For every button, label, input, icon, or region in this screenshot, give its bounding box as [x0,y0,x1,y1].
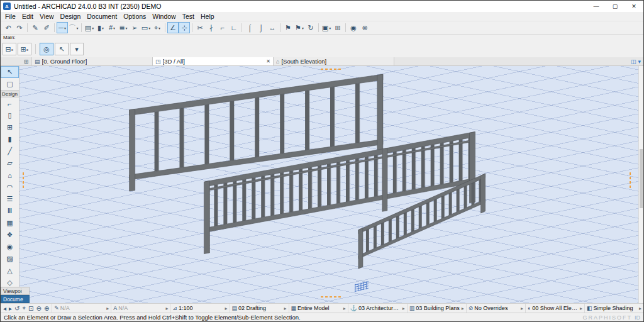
inject-parameters-icon[interactable]: ✐ [41,22,52,33]
shell-tool-icon[interactable]: ◠ [1,181,19,193]
tab-bar: ⊞ ▤ [0. Ground Floor] ◳ [3D / All] ✕ ⌂ [… [1,57,643,66]
zoom-in-icon[interactable]: ⊕ [44,305,49,312]
pan-indicator-right[interactable] [630,172,631,188]
collaborate-icon[interactable]: ◉ [348,22,359,33]
tab-3d-all[interactable]: ◳ [3D / All] ✕ [153,57,274,65]
object-tool-icon[interactable]: ❖ [1,229,19,241]
marquee-mode-icon[interactable]: ▭ [140,22,152,33]
rotate-icon[interactable]: ↻ [305,22,316,33]
wall-tool-icon[interactable]: ⌐ [1,97,19,109]
redo-icon[interactable]: ↷ [14,22,25,33]
tab-close-icon[interactable]: ✕ [266,58,270,64]
explore-mode-icon[interactable]: ⌖ [22,304,26,312]
quick-3d-style[interactable]: ◧ Simple Shading ▸ [584,304,643,313]
railing-tool-icon[interactable]: Ⅲ [1,205,19,217]
maximize-button[interactable]: ▢ [606,1,625,12]
corner-up-icon[interactable]: ⌠ [244,22,255,33]
menu-item[interactable]: View [36,12,57,21]
tab-label: [0. Ground Floor] [42,58,87,65]
corner-down-icon[interactable]: ⌡ [255,22,267,33]
quick-pen-set[interactable]: ⚓ 03 Architectural 1... ▸ [348,304,407,313]
menu-item[interactable]: Help [197,12,218,21]
tab-list-icon[interactable]: ▾ [638,58,641,65]
quick-renovation-filter[interactable]: ◐ 00 Show All Elem... ▸ [525,304,584,313]
pan-indicator-left[interactable] [23,172,24,188]
close-button[interactable]: ✕ [625,1,643,12]
zoom-out-icon[interactable]: ⊖ [36,305,41,312]
new-tab-icon[interactable]: ⊞ [18,43,31,55]
selection-arrow-icon[interactable]: ➢ [129,22,140,33]
arc-type-icon[interactable]: ⌒ [68,22,79,33]
orbit-icon[interactable]: ◎ [40,43,53,55]
snap-guides-icon[interactable]: ⊹ [179,22,190,33]
lamp-tool-icon[interactable]: ◉ [1,241,19,253]
menu-item[interactable]: Design [57,12,84,21]
fillet-icon[interactable]: ∟ [228,22,240,33]
stair-tool-icon[interactable]: ☰ [1,193,19,205]
minimize-button[interactable]: — [587,1,606,12]
menu-item[interactable]: Window [149,12,179,21]
pop-up-navigator-icon[interactable]: ◫ [631,58,636,65]
split-icon[interactable]: ∤ [206,22,217,33]
document-panel-tab[interactable]: Docume [1,295,30,303]
pen-set-icon[interactable]: ▮ [95,22,106,33]
grid-snap-icon[interactable]: # [106,22,118,33]
toolbox-section-design[interactable]: Design [1,90,19,97]
quick-text-option[interactable]: A N/A ▸ [111,304,170,313]
arrow-tool-icon[interactable]: ↖ [1,66,19,78]
menu-item[interactable]: Options [120,12,149,21]
viewpoint-panel-tab[interactable]: Viewpoi [1,287,30,295]
gravity-icon[interactable]: ⌖ [152,22,163,33]
favorites-icon[interactable]: ⚑ [294,22,305,33]
slab-tool-icon[interactable]: ▱ [1,157,19,169]
column-tool-icon[interactable]: ▮ [1,133,19,145]
menu-item[interactable]: Test [179,12,197,21]
element-id-icon[interactable]: ▣ [321,22,332,33]
fit-in-window-icon[interactable]: ⊡ [28,305,33,312]
pan-indicator-bottom[interactable] [321,296,341,297]
explore-arrow-icon[interactable]: ↖ [55,43,69,55]
zone-tool-icon[interactable]: ▨ [1,253,19,265]
quick-scale-option[interactable]: ⊿ 1:100 ▸ [170,304,229,313]
tab-ground-floor[interactable]: ▤ [0. Ground Floor] [32,57,153,65]
quick-graphic-override[interactable]: ⊘ No Overrides ▸ [466,304,525,313]
show-palettes-icon[interactable]: ⊟ [3,43,16,55]
line-type-icon[interactable]: ─ [57,22,68,33]
quick-layer-combination[interactable]: ▤ 02 Drafting ▸ [230,304,289,313]
undo-icon[interactable]: ↶ [3,22,14,33]
tab-south-elevation[interactable]: ⌂ [South Elevation] [274,57,394,65]
layers-icon[interactable]: ▤ [84,22,95,33]
door-tool-icon[interactable]: ▯ [1,109,19,121]
share-icon[interactable]: ⊜ [359,22,370,33]
quick-pen-option[interactable]: ✎ N/A ▸ [52,304,111,313]
flag-icon[interactable]: ⚑ [282,22,294,33]
trim-icon[interactable]: ✂ [194,22,206,33]
main-toolbar-label: Main: [1,35,643,41]
menu-item[interactable]: Document [84,12,120,21]
menu-item[interactable]: File [2,12,19,21]
pickup-parameters-icon[interactable]: ✎ [30,22,41,33]
menu-item[interactable]: Edit [19,12,36,21]
scrollbar-thumb[interactable] [640,149,643,208]
resize-icon[interactable]: ↔ [267,22,278,33]
orbit-mode-icon[interactable]: ↺ [14,305,19,312]
guide-lines-icon[interactable]: ∠ [167,22,179,33]
pan-indicator-top[interactable] [321,69,341,70]
snap-grid-icon[interactable]: ≣ [118,22,129,33]
vertical-scrollbar[interactable] [638,66,643,303]
beam-tool-icon[interactable]: ╱ [1,145,19,157]
mesh-tool-icon[interactable]: △ [1,265,19,277]
quick-layout-book[interactable]: ▥ 03 Building Plans ▸ [407,304,466,313]
toolbar-options-icon[interactable]: ▾ [70,43,84,55]
adjust-icon[interactable]: ⌐ [217,22,228,33]
schedule-icon[interactable]: ⊞ [332,22,343,33]
curtain-wall-tool-icon[interactable]: ▦ [1,217,19,229]
marquee-tool-icon[interactable]: ▢ [1,78,19,90]
quick-structure-display[interactable]: ▦ Entire Model ▸ [289,304,348,313]
3d-viewport[interactable] [19,66,638,303]
window-tool-icon[interactable]: ⊞ [1,121,19,133]
forward-icon[interactable]: ▸ [9,305,12,312]
tab-overview-button[interactable]: ⊞ [21,57,32,65]
back-icon[interactable]: ◂ [3,305,6,312]
roof-tool-icon[interactable]: ⌂ [1,169,19,181]
